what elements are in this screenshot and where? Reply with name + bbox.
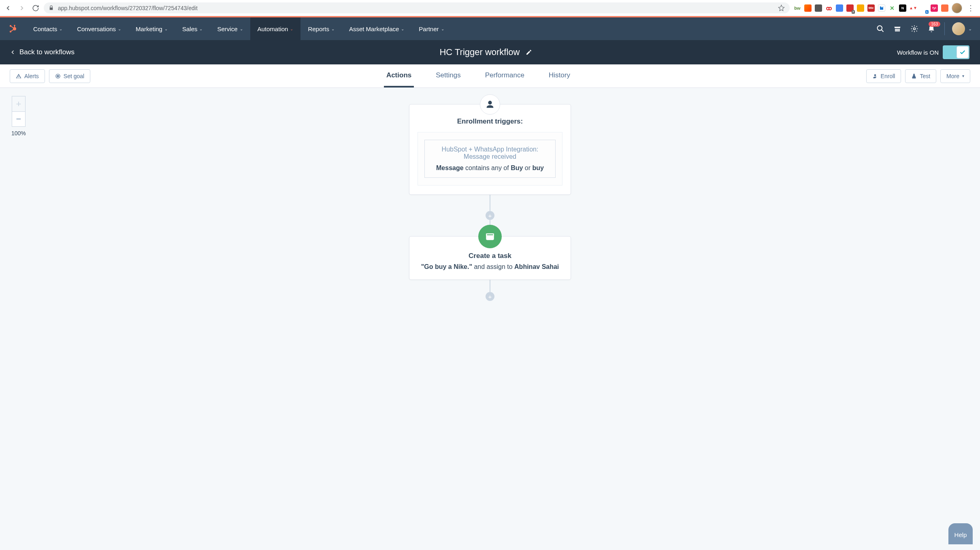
chrome-menu-icon[interactable]: ⋮ [965, 4, 976, 13]
nav-contacts[interactable]: Contacts⌄ [26, 17, 70, 40]
ext-icon[interactable]: ✕ [888, 4, 896, 12]
trigger-condition-box[interactable]: HubSpot + WhatsApp Integration: Message … [424, 140, 556, 178]
chevron-down-icon: ⌄ [118, 27, 121, 31]
connector-line [490, 195, 490, 211]
ext-icon[interactable]: 7 [846, 4, 854, 12]
tab-history[interactable]: History [546, 64, 573, 87]
ext-icon[interactable]: ▲▼ [910, 4, 917, 12]
svg-point-5 [914, 28, 916, 30]
browser-forward-button[interactable] [18, 4, 26, 12]
account-menu[interactable]: ⌄ [944, 22, 972, 35]
ext-icon[interactable] [804, 4, 812, 12]
enroll-button[interactable]: Enroll [866, 69, 901, 83]
browser-toolbar: app.hubspot.com/workflows/2720327/flow/7… [0, 0, 980, 16]
chevron-down-icon: ⌄ [968, 26, 972, 32]
browser-nav-buttons [4, 4, 40, 12]
set-goal-button[interactable]: Set goal [49, 69, 90, 83]
ext-icon[interactable]: fyi [931, 4, 938, 12]
settings-icon[interactable] [910, 25, 918, 33]
test-button[interactable]: Test [905, 69, 936, 83]
chevron-down-icon: ⌄ [164, 27, 168, 31]
chevron-down-icon: ⌄ [240, 27, 243, 31]
ext-icon[interactable] [878, 4, 885, 12]
toggle-knob [957, 46, 969, 58]
chevron-down-icon: ⌄ [199, 27, 202, 31]
url-text: app.hubspot.com/workflows/2720327/flow/7… [58, 5, 774, 11]
add-action-button[interactable]: + [486, 292, 494, 301]
hubspot-logo-icon[interactable] [8, 23, 19, 34]
ext-icon[interactable] [836, 4, 843, 12]
action-title: Create a task [418, 252, 562, 260]
ext-icon[interactable]: N [899, 4, 906, 12]
tab-settings[interactable]: Settings [433, 64, 463, 87]
tab-performance[interactable]: Performance [483, 64, 527, 87]
connector-line [490, 280, 490, 292]
back-to-workflows-link[interactable]: Back to workflows [11, 48, 75, 56]
trigger-inner: HubSpot + WhatsApp Integration: Message … [418, 132, 562, 185]
toolbar-right: Enroll Test More ▾ [866, 69, 970, 83]
ext-icon[interactable]: ꝏ [825, 4, 833, 12]
chevron-down-icon: ▾ [962, 74, 964, 78]
svg-point-4 [878, 26, 882, 31]
extension-icons: bw ꝏ 7 title ✕ N ▲▼ 1 fyi ⋮ [794, 3, 976, 13]
action-description: "Go buy a Nike." and assign to Abhinav S… [418, 263, 562, 271]
add-action-button[interactable]: + [486, 211, 494, 220]
browser-reload-button[interactable] [32, 4, 40, 12]
trigger-title: Enrollment triggers: [418, 117, 562, 126]
zoom-in-button[interactable]: + [12, 96, 26, 111]
notifications-badge: 163 [929, 21, 940, 27]
back-label: Back to workflows [19, 48, 75, 56]
nav-partner[interactable]: Partner⌄ [411, 17, 451, 40]
nav-asset-marketplace[interactable]: Asset Marketplace⌄ [342, 17, 411, 40]
hubspot-main-nav: Contacts⌄ Conversations⌄ Marketing⌄ Sale… [0, 17, 980, 40]
flow-container: Enrollment triggers: HubSpot + WhatsApp … [0, 88, 980, 301]
nav-conversations[interactable]: Conversations⌄ [70, 17, 128, 40]
nav-automation[interactable]: Automation⌄ [250, 17, 301, 40]
create-task-card[interactable]: Create a task "Go buy a Nike." and assig… [409, 236, 571, 280]
notifications-icon[interactable]: 163 [927, 25, 935, 33]
ext-icon[interactable]: bw [794, 4, 801, 12]
ext-icon[interactable] [857, 4, 864, 12]
chrome-profile-avatar[interactable] [952, 3, 962, 13]
user-avatar [952, 22, 965, 35]
more-button[interactable]: More ▾ [940, 69, 970, 83]
chevron-down-icon: ⌄ [401, 27, 404, 31]
alerts-button[interactable]: Alerts [10, 69, 45, 83]
zoom-out-button[interactable]: − [12, 111, 26, 127]
ext-icon[interactable] [941, 4, 948, 12]
nav-items: Contacts⌄ Conversations⌄ Marketing⌄ Sale… [26, 17, 452, 40]
workflow-toggle-label: Workflow is ON [897, 49, 939, 56]
workflow-toggle-wrap: Workflow is ON [897, 45, 969, 59]
nav-reports[interactable]: Reports⌄ [300, 17, 342, 40]
trigger-source: HubSpot + WhatsApp Integration: Message … [430, 146, 550, 160]
browser-url-bar[interactable]: app.hubspot.com/workflows/2720327/flow/7… [44, 2, 790, 13]
nav-service[interactable]: Service⌄ [210, 17, 250, 40]
workflow-toolbar: Alerts Set goal Actions Settings Perform… [0, 64, 980, 88]
workflow-toggle[interactable] [943, 45, 969, 59]
nav-marketing[interactable]: Marketing⌄ [128, 17, 175, 40]
tab-actions[interactable]: Actions [384, 64, 414, 87]
ext-icon[interactable] [815, 4, 822, 12]
chevron-down-icon: ⌄ [441, 27, 444, 31]
nav-right: 163 ⌄ [876, 22, 972, 35]
edit-icon[interactable] [526, 49, 532, 55]
zoom-level: 100% [11, 130, 26, 136]
lock-icon [49, 5, 54, 11]
marketplace-icon[interactable] [893, 25, 901, 33]
nav-sales[interactable]: Sales⌄ [175, 17, 210, 40]
svg-point-8 [58, 76, 58, 76]
workflow-canvas[interactable]: + − 100% Enrollment triggers: HubSpot + … [0, 88, 980, 550]
ext-icon[interactable]: title [867, 4, 875, 12]
toolbar-left: Alerts Set goal [10, 69, 90, 83]
chevron-down-icon: ⌄ [331, 27, 334, 31]
zoom-controls: + − 100% [11, 96, 26, 136]
trigger-condition: Message contains any of Buy or buy [430, 164, 550, 172]
search-icon[interactable] [876, 25, 884, 33]
chevron-down-icon: ⌄ [59, 27, 62, 31]
help-button[interactable]: Help [948, 523, 973, 544]
enrollment-trigger-card[interactable]: Enrollment triggers: HubSpot + WhatsApp … [409, 104, 571, 195]
ext-icon[interactable]: 1 [920, 4, 927, 12]
star-icon[interactable] [778, 4, 785, 11]
browser-back-button[interactable] [4, 4, 12, 12]
task-icon [478, 225, 502, 248]
